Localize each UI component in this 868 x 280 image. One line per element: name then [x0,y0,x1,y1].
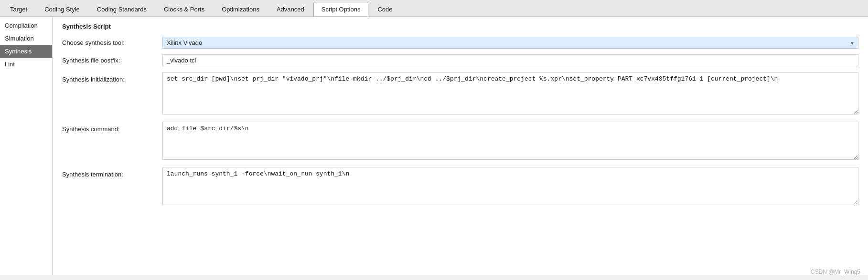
termination-control [162,167,858,207]
tab-bar: TargetCoding StyleCoding StandardsClocks… [0,0,868,17]
tab-optimizations[interactable]: Optimizations [214,2,268,16]
postfix-control [162,54,858,66]
tab-coding-standards[interactable]: Coding Standards [89,2,155,16]
command-control [162,122,858,161]
command-textarea[interactable] [162,122,858,160]
sidebar-item-synthesis[interactable]: Synthesis [0,45,52,58]
tab-target[interactable]: Target [2,2,35,16]
tab-code[interactable]: Code [369,2,400,16]
postfix-label: Synthesis file postfix: [62,54,162,64]
sidebar-item-compilation[interactable]: Compilation [0,19,52,32]
panel: Synthesis Script Choose synthesis tool: … [53,17,868,275]
sidebar-item-simulation[interactable]: Simulation [0,32,52,45]
tab-script-options[interactable]: Script Options [313,2,369,16]
init-textarea[interactable] [162,72,858,114]
tab-coding-style[interactable]: Coding Style [36,2,88,16]
tab-advanced[interactable]: Advanced [268,2,312,16]
init-control [162,72,858,116]
choose-tool-select[interactable]: Xilinx VivadoSynplify ProQuartus Prime [162,37,858,49]
tab-clocks-ports[interactable]: Clocks & Ports [156,2,213,16]
choose-tool-label: Choose synthesis tool: [62,37,162,46]
termination-textarea[interactable] [162,167,858,205]
postfix-input[interactable] [162,54,858,66]
command-label: Synthesis command: [62,122,162,133]
choose-tool-wrapper: Xilinx VivadoSynplify ProQuartus Prime [162,37,858,49]
panel-title: Synthesis Script [62,23,858,30]
init-label: Synthesis initialization: [62,72,162,83]
sidebar-item-lint[interactable]: Lint [0,58,52,71]
termination-label: Synthesis termination: [62,167,162,178]
watermark: CSDN @Mr_Wing5 [811,269,860,275]
sidebar: CompilationSimulationSynthesisLint [0,17,53,275]
